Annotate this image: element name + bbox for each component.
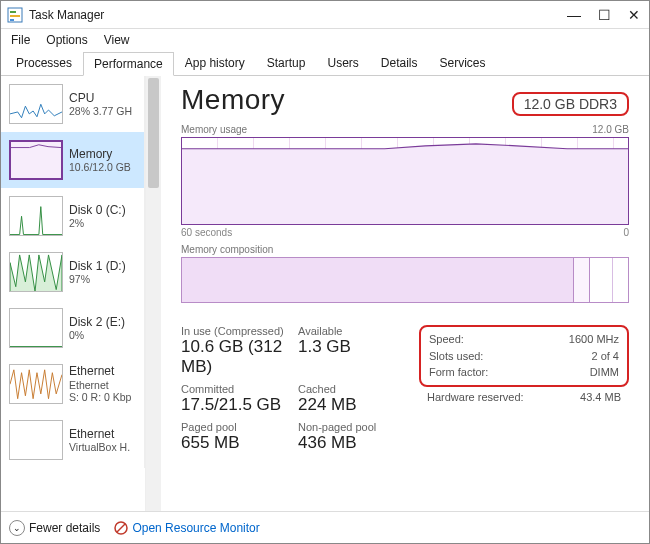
resource-monitor-label: Open Resource Monitor [132, 521, 259, 535]
open-resource-monitor-link[interactable]: Open Resource Monitor [114, 521, 259, 535]
committed-value: 17.5/21.5 GB [181, 395, 290, 415]
chevron-down-icon: ⌄ [9, 520, 25, 536]
svg-marker-7 [182, 144, 628, 224]
inuse-label: In use (Compressed) [181, 325, 290, 337]
nonpaged-label: Non-paged pool [298, 421, 407, 433]
svg-marker-5 [10, 255, 62, 292]
fewer-details-button[interactable]: ⌄ Fewer details [9, 520, 100, 536]
svg-rect-3 [10, 19, 14, 21]
speed-value: 1600 MHz [569, 331, 619, 348]
sidebar-item-ethernet0[interactable]: EthernetEthernetS: 0 R: 0 Kbp [1, 356, 145, 412]
composition-label: Memory composition [181, 244, 629, 255]
close-button[interactable]: ✕ [619, 1, 649, 29]
ethernet-thumbnail-icon [9, 420, 63, 460]
sidebar-scrollbar[interactable] [145, 76, 161, 511]
stats-grid: In use (Compressed)10.6 GB (312 MB) Avai… [181, 325, 407, 453]
titlebar: Task Manager — ☐ ✕ [1, 1, 649, 29]
sidebar-label: Disk 0 (C:) [69, 203, 126, 217]
nonpaged-value: 436 MB [298, 433, 407, 453]
hwreserved-value: 43.4 MB [580, 389, 621, 406]
sidebar-sublabel: 28% 3.77 GH [69, 105, 132, 118]
svg-line-9 [117, 524, 125, 532]
tab-app-history[interactable]: App history [174, 51, 256, 75]
hardware-highlight: Speed:1600 MHz Slots used:2 of 4 Form fa… [419, 325, 629, 387]
footer: ⌄ Fewer details Open Resource Monitor [1, 511, 649, 543]
sidebar-sublabel: 0% [69, 329, 125, 342]
sidebar-sublabel: 2% [69, 217, 126, 230]
memory-composition-chart [181, 257, 629, 303]
slots-label: Slots used: [429, 348, 483, 365]
tab-users[interactable]: Users [316, 51, 369, 75]
slots-value: 2 of 4 [591, 348, 619, 365]
inuse-value: 10.6 GB (312 MB) [181, 337, 290, 377]
paged-label: Paged pool [181, 421, 290, 433]
memory-thumbnail-icon [9, 140, 63, 180]
menu-options[interactable]: Options [46, 33, 87, 47]
sidebar-sublabel: 97% [69, 273, 126, 286]
axis-left: 60 seconds [181, 227, 232, 238]
app-icon [7, 7, 23, 23]
sidebar-label: Disk 2 (E:) [69, 315, 125, 329]
cpu-thumbnail-icon [9, 84, 63, 124]
sidebar-label: Disk 1 (D:) [69, 259, 126, 273]
memory-capacity-badge: 12.0 GB DDR3 [512, 92, 629, 116]
comp-modified [574, 258, 590, 302]
cached-label: Cached [298, 383, 407, 395]
hwreserved-label: Hardware reserved: [427, 389, 524, 406]
sidebar-label: Memory [69, 147, 131, 161]
committed-label: Committed [181, 383, 290, 395]
tab-services[interactable]: Services [429, 51, 497, 75]
tab-startup[interactable]: Startup [256, 51, 317, 75]
sidebar-sublabel2: S: 0 R: 0 Kbp [69, 391, 131, 404]
comp-free [613, 258, 628, 302]
speed-label: Speed: [429, 331, 464, 348]
form-value: DIMM [590, 364, 619, 381]
svg-rect-2 [10, 15, 20, 17]
comp-standby [590, 258, 613, 302]
axis-right: 0 [623, 227, 629, 238]
avail-label: Available [298, 325, 407, 337]
sidebar-sublabel: VirtualBox H. [69, 441, 130, 454]
sidebar-item-disk2[interactable]: Disk 2 (E:)0% [1, 300, 145, 356]
disk-thumbnail-icon [9, 252, 63, 292]
tabs: Processes Performance App history Startu… [1, 51, 649, 76]
menubar: File Options View [1, 29, 649, 51]
fewer-details-label: Fewer details [29, 521, 100, 535]
ethernet-thumbnail-icon [9, 364, 63, 404]
usage-label: Memory usage [181, 124, 247, 135]
comp-inuse [182, 258, 574, 302]
sidebar-item-memory[interactable]: Memory10.6/12.0 GB [1, 132, 145, 188]
sidebar-label: Ethernet [69, 364, 131, 378]
tab-performance[interactable]: Performance [83, 52, 174, 76]
sidebar-sublabel: 10.6/12.0 GB [69, 161, 131, 174]
disk-thumbnail-icon [9, 308, 63, 348]
tab-details[interactable]: Details [370, 51, 429, 75]
sidebar-label: Ethernet [69, 427, 130, 441]
resource-monitor-icon [114, 521, 128, 535]
main-panel: Memory 12.0 GB DDR3 Memory usage 12.0 GB… [161, 76, 649, 511]
task-manager-window: Task Manager — ☐ ✕ File Options View Pro… [0, 0, 650, 544]
sidebar-item-disk0[interactable]: Disk 0 (C:)2% [1, 188, 145, 244]
minimize-button[interactable]: — [559, 1, 589, 29]
sidebar-item-ethernet1[interactable]: EthernetVirtualBox H. [1, 412, 145, 468]
svg-rect-1 [10, 11, 16, 13]
form-label: Form factor: [429, 364, 488, 381]
hardware-info: Speed:1600 MHz Slots used:2 of 4 Form fa… [419, 325, 629, 453]
window-title: Task Manager [29, 8, 559, 22]
tab-processes[interactable]: Processes [5, 51, 83, 75]
sidebar-label: CPU [69, 91, 132, 105]
menu-file[interactable]: File [11, 33, 30, 47]
paged-value: 655 MB [181, 433, 290, 453]
scrollbar-thumb[interactable] [148, 78, 159, 188]
usage-max-label: 12.0 GB [592, 124, 629, 135]
page-title: Memory [181, 84, 285, 116]
avail-value: 1.3 GB [298, 337, 407, 357]
cached-value: 224 MB [298, 395, 407, 415]
sidebar-item-cpu[interactable]: CPU28% 3.77 GH [1, 76, 145, 132]
sidebar-item-disk1[interactable]: Disk 1 (D:)97% [1, 244, 145, 300]
maximize-button[interactable]: ☐ [589, 1, 619, 29]
sidebar-sublabel: Ethernet [69, 379, 131, 392]
menu-view[interactable]: View [104, 33, 130, 47]
memory-usage-chart [181, 137, 629, 225]
sidebar: CPU28% 3.77 GH Memory10.6/12.0 GB Disk 0… [1, 76, 161, 511]
